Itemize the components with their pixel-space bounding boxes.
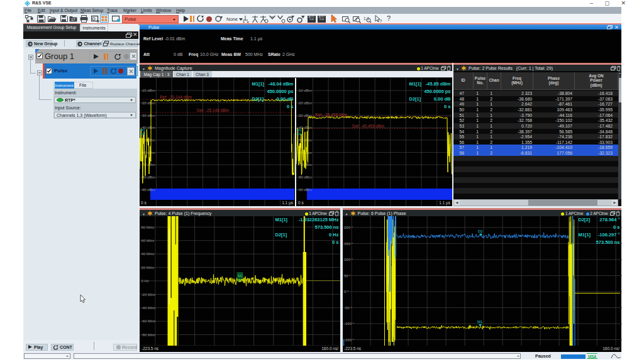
svg-text:-50 °: -50 °: [344, 305, 352, 309]
svg-text:20 MHz: 20 MHz: [142, 265, 155, 269]
svg-text:-80 dBm: -80 dBm: [297, 175, 312, 179]
svg-text:-60 MHz: -60 MHz: [142, 319, 156, 323]
svg-text:Ref: -20.144 dBm: Ref: -20.144 dBm: [160, 95, 192, 99]
svg-text:80 MHz: 80 MHz: [142, 225, 155, 229]
svg-text:200 °: 200 °: [344, 226, 353, 229]
svg-text:-90 dBm: -90 dBm: [141, 188, 155, 192]
svg-text:-150 °: -150 °: [344, 337, 355, 341]
svg-text:-20 dBm: -20 dBm: [141, 101, 155, 105]
svg-text:-20 dBm: -20 dBm: [297, 101, 312, 105]
svg-text:-10 dBm: -10 dBm: [141, 89, 155, 92]
svg-text:-100 °: -100 °: [344, 322, 355, 326]
svg-text:50 °: 50 °: [344, 273, 351, 277]
svg-text:60 MHz: 60 MHz: [142, 238, 155, 242]
svg-text:0 °: 0 °: [344, 290, 349, 293]
svg-text:Det: -25.148 dBm: Det: -25.148 dBm: [197, 108, 229, 112]
svg-text:-30 dBm: -30 dBm: [141, 114, 155, 118]
svg-text:-10 dBm: -10 dBm: [297, 89, 312, 92]
svg-text:17: 17: [71, 18, 75, 21]
svg-text:-40 MHz: -40 MHz: [142, 305, 156, 309]
svg-text:-20 MHz: -20 MHz: [142, 292, 156, 296]
svg-text:40 MHz: 40 MHz: [142, 252, 155, 256]
svg-text:150 °: 150 °: [344, 241, 353, 245]
svg-text:0 Hz: 0 Hz: [142, 279, 149, 283]
svg-text:Det: -40.459 dBm: Det: -40.459 dBm: [352, 124, 384, 128]
svg-text:?: ?: [379, 18, 382, 24]
svg-text:100 °: 100 °: [344, 258, 353, 261]
svg-text:D2: D2: [478, 229, 483, 233]
svg-text:-90 dBm: -90 dBm: [297, 188, 312, 192]
svg-text:M1: M1: [238, 273, 243, 277]
svg-text:M1: M1: [477, 320, 483, 324]
svg-text:Ref: -35.458 dBm: Ref: -35.458 dBm: [315, 112, 347, 117]
svg-text:-80 MHz: -80 MHz: [142, 332, 156, 336]
